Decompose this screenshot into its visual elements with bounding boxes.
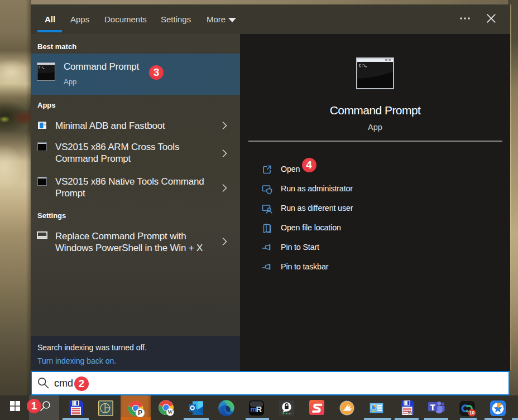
svg-text:5%: 5% [408,411,414,415]
svg-text:W: W [167,409,173,415]
svg-text:R: R [256,404,262,414]
svg-text:P: P [138,409,142,417]
svg-text:10: 10 [469,410,475,416]
